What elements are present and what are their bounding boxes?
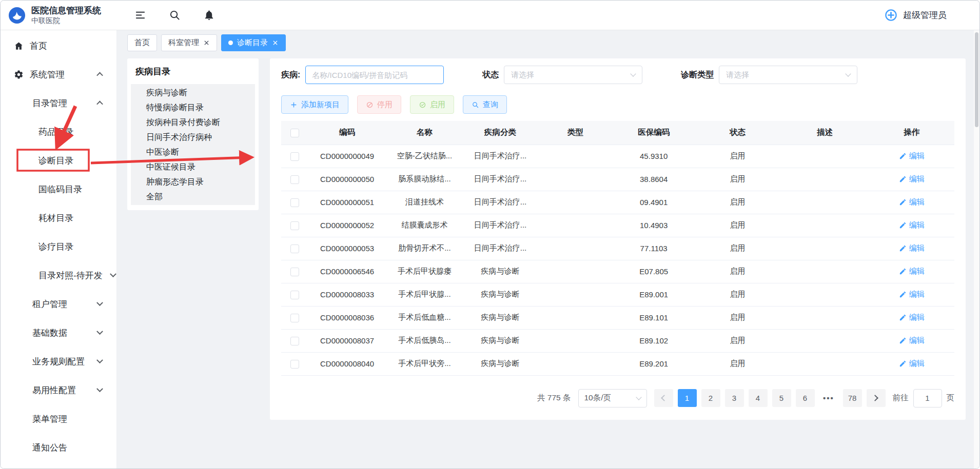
goto-label: 前往	[893, 393, 909, 403]
row-checkbox[interactable]	[290, 152, 299, 161]
tab-department-management[interactable]: 科室管理	[161, 34, 217, 51]
close-icon[interactable]	[203, 39, 210, 46]
edit-button[interactable]: 编辑	[899, 151, 925, 161]
add-item-button[interactable]: 添加新项目	[281, 95, 348, 114]
sidebar-item-usability-config[interactable]: 易用性配置	[1, 376, 116, 404]
goto-page-input[interactable]	[913, 389, 942, 407]
diagnosis-type-select[interactable]: 请选择	[719, 66, 857, 84]
cell-name: 肠系膜动脉结...	[386, 168, 463, 191]
edit-button[interactable]: 编辑	[899, 197, 925, 207]
sidebar-item-national-clinical-code-directory[interactable]: 国临码目录	[1, 175, 116, 203]
current-user[interactable]: 超级管理员	[884, 8, 947, 22]
tab-diagnosis-directory[interactable]: 诊断目录	[221, 34, 286, 51]
cell-description	[780, 329, 869, 352]
scrollbar-track	[974, 30, 979, 468]
edit-button[interactable]: 编辑	[899, 243, 925, 253]
ban-icon	[366, 101, 374, 109]
status-select[interactable]: 请选择	[504, 66, 642, 84]
pager-page-button[interactable]: 4	[749, 389, 768, 407]
sidebar-item-tenant-management[interactable]: 租户管理	[1, 290, 116, 318]
edit-pencil-icon	[899, 268, 907, 275]
pager-next-button[interactable]	[867, 389, 886, 407]
cell-type	[538, 260, 613, 283]
pager-page-button[interactable]: 3	[725, 389, 744, 407]
row-checkbox[interactable]	[290, 244, 299, 253]
sidebar-item-directory-mapping[interactable]: 目录对照-待开发	[1, 261, 116, 290]
pager-page-button[interactable]: 2	[701, 389, 720, 407]
table-row: CD0000008033 手术后甲状腺... 疾病与诊断 E89.001 启用	[281, 283, 954, 306]
cell-description	[780, 306, 869, 329]
edit-button[interactable]: 编辑	[899, 313, 925, 322]
row-checkbox[interactable]	[290, 268, 299, 276]
collapse-menu-icon[interactable]	[134, 9, 146, 21]
pager-page-button[interactable]: 1	[678, 389, 697, 407]
sidebar-item-label: 业务规则配置	[32, 356, 85, 368]
panel-item-payment-by-disease[interactable]: 按病种目录付费诊断	[131, 115, 255, 130]
vertical-scrollbar[interactable]	[975, 32, 978, 127]
sidebar-item-basic-data[interactable]: 基础数据	[1, 318, 116, 347]
edit-pencil-icon	[899, 314, 907, 321]
sidebar-item-treatment-directory[interactable]: 诊疗目录	[1, 232, 116, 261]
disease-search-input[interactable]	[305, 66, 444, 84]
page-unit-label: 页	[947, 393, 955, 403]
sidebar-item-notifications[interactable]: 通知公告	[1, 433, 116, 462]
cell-category: 疾病与诊断	[463, 260, 538, 283]
sidebar-item-business-rules-config[interactable]: 业务规则配置	[1, 347, 116, 376]
select-all-checkbox[interactable]	[290, 129, 299, 137]
search-icon[interactable]	[169, 9, 181, 21]
edit-button[interactable]: 编辑	[899, 220, 925, 230]
pagination: 共 775 条 10条/页 123456•••78	[281, 389, 954, 407]
edit-label: 编辑	[909, 359, 925, 369]
panel-item-tcm-syndrome[interactable]: 中医证候目录	[131, 159, 255, 174]
tab-label: 科室管理	[168, 38, 199, 48]
tab-home[interactable]: 首页	[127, 34, 157, 51]
row-checkbox[interactable]	[290, 175, 299, 184]
edit-button[interactable]: 编辑	[899, 267, 925, 276]
sidebar-item-drug-directory[interactable]: 药品目录	[1, 117, 116, 146]
cell-description	[780, 237, 869, 260]
sidebar-item-directory-management[interactable]: 目录管理	[1, 89, 116, 117]
pager-more-button[interactable]: •••	[819, 389, 838, 407]
cell-description	[780, 260, 869, 283]
edit-pencil-icon	[899, 198, 907, 206]
cell-category: 日间手术治疗...	[463, 237, 538, 260]
panel-item-special-chronic[interactable]: 特慢病诊断目录	[131, 100, 255, 115]
row-checkbox[interactable]	[290, 291, 299, 299]
edit-button[interactable]: 编辑	[899, 336, 925, 345]
sidebar-item-system-management[interactable]: 系统管理	[1, 60, 116, 89]
row-checkbox[interactable]	[290, 198, 299, 207]
panel-item-day-surgery[interactable]: 日间手术治疗病种	[131, 130, 255, 145]
sidebar-item-diagnosis-directory[interactable]: 诊断目录	[1, 146, 116, 175]
cell-description	[780, 168, 869, 191]
query-button[interactable]: 查询	[463, 95, 507, 114]
panel-item-diseases-diagnosis[interactable]: 疾病与诊断	[131, 85, 255, 100]
row-checkbox[interactable]	[290, 314, 299, 322]
panel-item-all[interactable]: 全部	[131, 189, 255, 204]
edit-button[interactable]: 编辑	[899, 174, 925, 184]
chevron-up-icon	[96, 101, 103, 108]
row-checkbox[interactable]	[290, 360, 299, 369]
edit-button[interactable]: 编辑	[899, 290, 925, 299]
page-size-select[interactable]: 10条/页	[578, 389, 647, 407]
bell-icon[interactable]	[203, 9, 215, 21]
pager-prev-button[interactable]	[654, 389, 673, 407]
edit-button[interactable]: 编辑	[899, 359, 925, 369]
panel-item-tumor-morphology[interactable]: 肿瘤形态学目录	[131, 174, 255, 189]
pager-page-button[interactable]: 78	[843, 389, 862, 407]
row-checkbox[interactable]	[290, 337, 299, 345]
close-icon[interactable]	[272, 39, 279, 46]
panel-title: 疾病目录	[127, 66, 259, 84]
row-checkbox[interactable]	[290, 221, 299, 230]
sidebar-item-menu-management[interactable]: 菜单管理	[1, 404, 116, 433]
cell-insurance-code: E89.001	[613, 283, 695, 306]
sidebar-item-label: 租户管理	[32, 298, 67, 310]
disable-button[interactable]: 停用	[357, 95, 401, 114]
chevron-down-icon	[96, 385, 103, 392]
sidebar-item-home[interactable]: 首页	[1, 31, 116, 60]
sidebar-item-consumables-directory[interactable]: 耗材目录	[1, 203, 116, 232]
enable-button[interactable]: 启用	[410, 95, 454, 114]
pager-page-button[interactable]: 5	[772, 389, 791, 407]
panel-item-tcm-diagnosis[interactable]: 中医诊断	[131, 145, 255, 159]
pager-page-button[interactable]: 6	[796, 389, 815, 407]
table-row: CD0000006546 手术后甲状腺瘘 疾病与诊断 E07.805 启用	[281, 260, 954, 283]
